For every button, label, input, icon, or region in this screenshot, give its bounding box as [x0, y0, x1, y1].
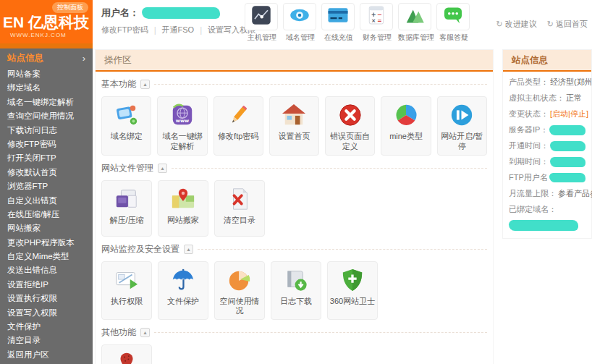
nav-host-management[interactable]: 主机管理 [245, 3, 279, 43]
red-pin-icon [114, 351, 139, 364]
func-button-file-protection[interactable]: 文件保护 [158, 261, 208, 321]
host-chart-icon [250, 4, 272, 29]
section-divider [154, 84, 487, 85]
play-pause-icon [449, 103, 474, 127]
sidebar-item-change-php-version[interactable]: 更改PHP程序版本 [0, 236, 93, 250]
whiteboard-play-icon [114, 268, 139, 292]
basic-functions-buttons: 域名绑定 www 域名一键绑定解析 修改ftp密码 设置首页 错误页面自定义 m… [101, 96, 487, 156]
start-stop-links[interactable]: [启动|停止] [550, 109, 588, 119]
sidebar-item-download-access-log[interactable]: 下载访问日志 [0, 124, 93, 137]
func-button-space-usage[interactable]: 空间使用情况 [214, 261, 265, 321]
database-icon [404, 4, 426, 29]
sidebar-item-website-record[interactable]: 网站备案 [0, 67, 93, 81]
top-links: ↻改进建议 ↻返回首页 [496, 19, 588, 30]
section-divider [172, 168, 487, 169]
sidebar-item-domain-one-key-bind[interactable]: 域名一键绑定解析 [0, 96, 93, 109]
section-monitor-security: 网站监控及安全设置 ▴ [101, 243, 487, 255]
pie-orange-icon [227, 268, 252, 292]
brand-site-url: WWW.ENKJ.COM [10, 32, 67, 38]
link-back-home[interactable]: ↻返回首页 [547, 19, 588, 30]
link-feedback[interactable]: ↻改进建议 [496, 19, 537, 30]
info-row-ftp-username: FTP用户名 [509, 172, 585, 183]
info-row-change-status: 变更状态：[启动|停止] [509, 109, 585, 119]
collapse-toggle-icon[interactable]: ▴ [184, 245, 193, 254]
redacted-ftp-username [549, 173, 585, 182]
nav-customer-service[interactable]: 客服答疑 [436, 3, 471, 43]
info-row-product-type: 产品类型：经济型(郑州) [509, 77, 585, 88]
sidebar-item-clear-directory[interactable]: 清空目录 [0, 334, 93, 347]
username-label: 用户名： [101, 7, 139, 20]
house-icon [282, 103, 306, 127]
link-change-ftp-password[interactable]: 修改FTP密码 [101, 25, 148, 34]
redacted-expire-time [550, 157, 585, 167]
func-button-domain-bind[interactable]: 域名绑定 [101, 96, 151, 156]
sidebar-item-set-exec-permission[interactable]: 设置执行权限 [0, 292, 93, 305]
nav-database-management[interactable]: 数据库管理 [398, 3, 433, 43]
map-pin-icon [171, 187, 195, 211]
brand-name: EN 亿恩科技 [3, 12, 89, 33]
func-button-log-download[interactable]: 日志下载 [271, 261, 321, 321]
sidebar-item-custom-mime-type[interactable]: 自定义Mime类型 [0, 250, 93, 263]
refresh-icon: ↻ [547, 20, 554, 28]
nav-online-recharge[interactable]: 在线充值 [321, 3, 356, 43]
sidebar-item-return-user-area[interactable]: 返回用户区 [0, 348, 93, 362]
sidebar-item-site-info[interactable]: 站点信息 › [0, 48, 93, 67]
section-other-functions: 其他功能 ▴ [101, 326, 487, 339]
func-button-domain-one-key-resolve[interactable]: www 域名一键绑定解析 [157, 96, 207, 156]
sidebar-item-set-deny-ip[interactable]: 设置拒绝IP [0, 278, 93, 292]
sidebar-item-send-error-info[interactable]: 发送出错信息 [0, 263, 93, 277]
chat-bubble-icon [442, 4, 464, 29]
control-panel-page: 控制面板 EN 亿恩科技 WWW.ENKJ.COM 用户名： 修改FTP密码｜开… [0, 0, 592, 364]
sidebar-item-bind-domain[interactable]: 绑定域名 [0, 81, 93, 95]
func-button-mime-type[interactable]: mine类型 [381, 96, 431, 156]
pencil-icon [226, 103, 250, 127]
redacted-bound-domain [509, 220, 578, 231]
collapse-toggle-icon[interactable]: ▴ [140, 328, 150, 337]
func-button-360-site-guard[interactable]: 360网站卫士 [327, 261, 378, 321]
redacted-open-time [550, 141, 585, 151]
section-basic-functions: 基本功能 ▴ [101, 78, 487, 90]
link-open-fso[interactable]: 开通FSO [162, 25, 195, 34]
site-info-title: 站点信息 [503, 50, 591, 72]
nav-domain-management[interactable]: 域名管理 [283, 3, 318, 43]
func-button-unzip-zip[interactable]: 解压/压缩 [101, 180, 152, 237]
func-button-return-user-area[interactable]: 返回用户区 [101, 344, 152, 364]
domain-bind-icon [114, 103, 139, 127]
svg-text:www: www [176, 118, 189, 124]
sidebar-item-browser-ftp[interactable]: 浏览器FTP [0, 179, 93, 193]
sidebar-item-change-default-page[interactable]: 修改默认首页 [0, 166, 93, 179]
svg-text:=: = [377, 17, 381, 24]
sidebar-item-query-space-usage[interactable]: 查询空间使用情况 [0, 109, 93, 123]
func-button-exec-permission[interactable]: 执行权限 [101, 261, 152, 321]
brand-logo[interactable]: 控制面板 EN 亿恩科技 WWW.ENKJ.COM [0, 0, 93, 43]
info-row-monthly-traffic: 月流量上限：参看产品参数 [509, 188, 585, 199]
separator: ｜ [151, 25, 159, 34]
sidebar-accent-strip [0, 43, 93, 48]
sidebar-item-file-protection[interactable]: 文件保护 [0, 320, 93, 334]
sidebar-item-site-move[interactable]: 网站搬家 [0, 221, 93, 235]
pie-rgb-icon [394, 103, 418, 127]
func-button-set-homepage[interactable]: 设置首页 [269, 96, 319, 156]
umbrella-icon [171, 268, 195, 292]
top-bar: 控制面板 EN 亿恩科技 WWW.ENKJ.COM 用户名： 修改FTP密码｜开… [0, 0, 592, 43]
left-sidebar: 站点信息 › 网站备案 绑定域名 域名一键绑定解析 查询空间使用情况 下载访问日… [0, 43, 93, 364]
operation-area-title: 操作区 [96, 50, 493, 72]
func-button-site-move[interactable]: 网站搬家 [158, 180, 208, 237]
sidebar-item-custom-error-page[interactable]: 自定义出错页 [0, 194, 93, 208]
info-row-server-ip: 服务器IP： [509, 124, 585, 135]
func-button-custom-error-page[interactable]: 错误页面自定义 [325, 96, 375, 156]
sidebar-item-online-zip-unzip[interactable]: 在线压缩/解压 [0, 208, 93, 221]
collapse-toggle-icon[interactable]: ▴ [158, 164, 167, 173]
sidebar-item-change-ftp-password[interactable]: 修改FTP密码 [0, 137, 93, 151]
nav-finance-management[interactable]: +−×= 财务管理 [360, 3, 394, 43]
func-button-clear-directory[interactable]: 清空目录 [214, 180, 265, 237]
redacted-username [142, 7, 220, 19]
monitor-security-buttons: 执行权限 文件保护 空间使用情况 日志下载 360网站卫士 [101, 261, 487, 321]
collapse-toggle-icon[interactable]: ▴ [140, 80, 150, 89]
site-info-panel: 站点信息 产品类型：经济型(郑州) 虚拟主机状态：正常 变更状态：[启动|停止]… [502, 49, 592, 239]
func-button-site-start-pause[interactable]: 网站开启/暂停 [437, 96, 487, 156]
sidebar-item-set-write-permission[interactable]: 设置写入权限 [0, 306, 93, 320]
func-button-change-ftp-password[interactable]: 修改ftp密码 [213, 96, 263, 156]
control-panel-badge: 控制面板 [52, 2, 88, 13]
sidebar-item-open-close-ftp[interactable]: 打开关闭FTP [0, 151, 93, 165]
